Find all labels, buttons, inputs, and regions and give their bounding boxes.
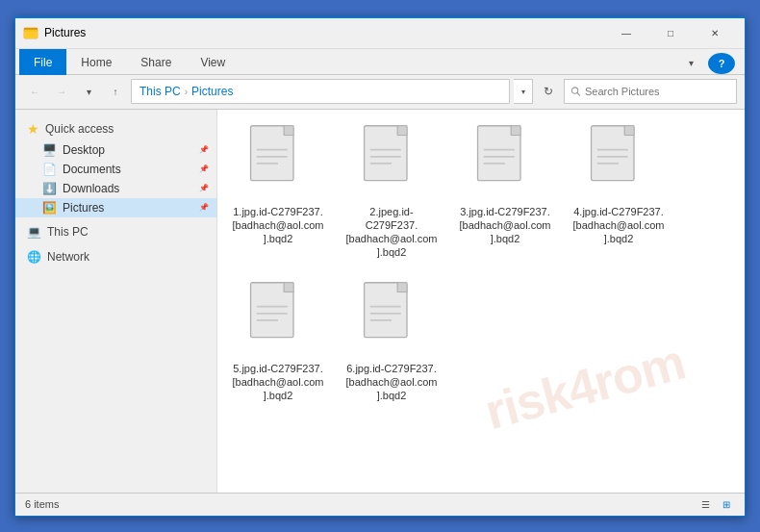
list-view-button[interactable]: ☰ [697,495,714,513]
search-box[interactable] [564,79,737,104]
window-title: Pictures [44,26,604,39]
sidebar: ★ Quick access 🖥️ Desktop 📌 📄 Documents … [15,110,217,493]
computer-icon: 💻 [27,225,41,239]
documents-icon: 📄 [42,163,57,176]
main-content: ★ Quick access 🖥️ Desktop 📌 📄 Documents … [15,110,745,493]
tab-home[interactable]: Home [66,49,126,75]
breadcrumb-sep-1: › [185,87,188,97]
this-pc-header[interactable]: 💻 This PC [15,221,216,242]
this-pc-section: 💻 This PC [15,221,216,242]
file-name-f1: 1.jpg.id-C279F237.[badhach@aol.com].bqd2 [232,205,324,246]
file-icon-f2 [353,124,430,201]
back-button[interactable]: ← [23,80,46,103]
svg-rect-12 [397,125,407,135]
tab-share[interactable]: Share [126,49,186,75]
quick-access-header[interactable]: ★ Quick access [15,117,216,140]
file-item-f3[interactable]: 3.jpg.id-C279F237.[badhach@aol.com].bqd2 [452,117,558,266]
star-icon: ★ [27,121,39,137]
network-header[interactable]: 🌐 Network [15,246,216,267]
network-label: Network [47,250,89,264]
maximize-button[interactable]: □ [648,17,693,48]
window-icon [23,25,38,40]
svg-line-3 [577,92,580,95]
grid-view-button[interactable]: ⊞ [718,495,735,513]
title-bar: Pictures — □ ✕ [15,18,745,49]
window-controls: — □ ✕ [604,17,737,48]
file-area-wrap: risk4rom 1.jpg.id-C279F237.[badhach@aol.… [217,110,745,493]
sidebar-item-desktop[interactable]: 🖥️ Desktop 📌 [15,140,216,160]
sidebar-item-pictures[interactable]: 🖼️ Pictures 📌 [15,198,216,217]
sidebar-desktop-label: Desktop [63,143,105,157]
file-item-f2[interactable]: 2.jpeg.id-C279F237.[badhach@aol.com].bqd… [339,117,444,266]
sidebar-pictures-label: Pictures [63,201,104,215]
svg-point-2 [571,88,577,93]
ribbon: File Home Share View ▾ ? [15,49,745,75]
file-name-f5: 5.jpg.id-C279F237.[badhach@aol.com].bqd2 [232,362,324,403]
file-icon-f5 [240,281,317,358]
refresh-button[interactable]: ↻ [537,79,560,104]
address-bar: ← → ▾ ↑ This PC › Pictures ▾ ↻ [15,75,745,110]
close-button[interactable]: ✕ [693,17,737,48]
up-button[interactable]: ↑ [104,80,127,103]
pin-icon-pictures: 📌 [199,203,209,212]
pictures-icon: 🖼️ [42,201,57,215]
svg-rect-6 [284,125,293,135]
this-pc-label: This PC [47,225,89,239]
file-item-f1[interactable]: 1.jpg.id-C279F237.[badhach@aol.com].bqd2 [225,117,331,266]
network-section: 🌐 Network [15,246,216,267]
ribbon-expand-button[interactable]: ▾ [677,53,704,74]
tab-view[interactable]: View [186,49,240,75]
file-grid: 1.jpg.id-C279F237.[badhach@aol.com].bqd2… [225,117,737,410]
svg-rect-36 [397,282,407,291]
pin-icon-downloads: 📌 [199,184,209,192]
file-icon-f1 [240,124,317,201]
ribbon-expand-area: ▾ ? [677,53,741,74]
sidebar-downloads-label: Downloads [63,182,119,195]
svg-rect-18 [511,125,520,135]
file-icon-f4 [580,124,657,201]
quick-access-section: ★ Quick access 🖥️ Desktop 📌 📄 Documents … [15,117,216,217]
forward-button[interactable]: → [50,80,73,103]
breadcrumb[interactable]: This PC › Pictures [131,79,510,104]
sidebar-documents-label: Documents [63,163,121,176]
sidebar-item-documents[interactable]: 📄 Documents 📌 [15,160,216,179]
minimize-button[interactable]: — [604,17,648,48]
search-icon [570,86,581,97]
svg-rect-1 [24,30,38,38]
network-icon: 🌐 [27,250,41,264]
breadcrumb-dropdown[interactable]: ▾ [514,79,533,104]
help-button[interactable]: ? [708,53,735,74]
tab-file[interactable]: File [19,49,66,75]
file-icon-f3 [467,124,544,201]
svg-rect-24 [624,125,634,135]
desktop-icon: 🖥️ [42,143,57,157]
file-name-f2: 2.jpeg.id-C279F237.[badhach@aol.com].bqd… [345,205,438,260]
svg-rect-30 [284,282,293,291]
breadcrumb-this-pc[interactable]: This PC [139,85,181,98]
pin-icon-documents: 📌 [199,165,209,173]
quick-access-label: Quick access [45,122,114,136]
search-input[interactable] [585,86,730,97]
file-item-f5[interactable]: 5.jpg.id-C279F237.[badhach@aol.com].bqd2 [225,274,331,410]
downloads-icon: ⬇️ [42,182,57,195]
pin-icon-desktop: 📌 [199,145,209,154]
breadcrumb-pictures[interactable]: Pictures [191,85,233,98]
file-name-f4: 4.jpg.id-C279F237.[badhach@aol.com].bqd2 [572,205,665,246]
ribbon-tabs: File Home Share View ▾ ? [15,49,745,74]
recent-locations-button[interactable]: ▾ [77,80,100,103]
status-bar: 6 items ☰ ⊞ [15,493,745,516]
item-count: 6 items [25,498,59,510]
file-icon-f6 [353,281,430,358]
file-name-f3: 3.jpg.id-C279F237.[badhach@aol.com].bqd2 [459,205,551,246]
file-item-f4[interactable]: 4.jpg.id-C279F237.[badhach@aol.com].bqd2 [566,117,671,266]
view-controls: ☰ ⊞ [697,495,735,513]
file-item-f6[interactable]: 6.jpg.id-C279F237.[badhach@aol.com].bqd2 [339,274,444,410]
file-name-f6: 6.jpg.id-C279F237.[badhach@aol.com].bqd2 [345,362,438,403]
file-area: 1.jpg.id-C279F237.[badhach@aol.com].bqd2… [217,110,745,493]
sidebar-item-downloads[interactable]: ⬇️ Downloads 📌 [15,179,216,198]
explorer-window: Pictures — □ ✕ File Home Share View ▾ ? … [14,16,746,517]
